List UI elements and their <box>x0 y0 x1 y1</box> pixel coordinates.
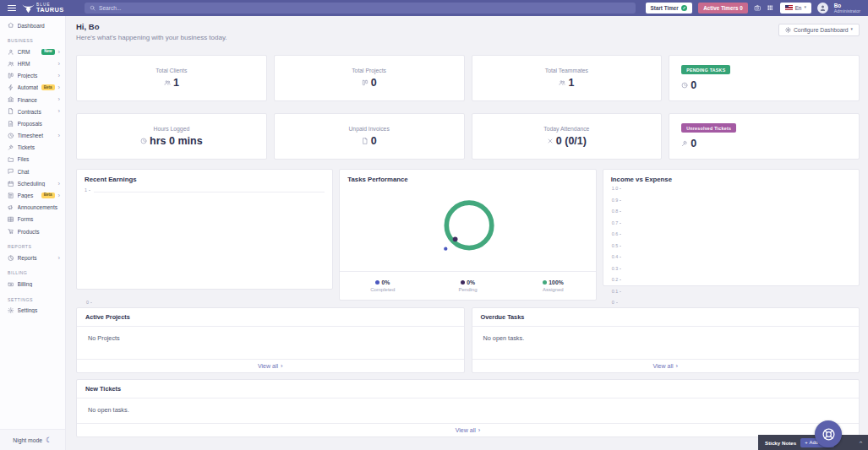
person-icon <box>819 4 827 12</box>
tasks-donut <box>437 198 498 259</box>
global-search[interactable] <box>85 3 636 14</box>
sidebar-item-timesheet[interactable]: Timesheet › <box>0 130 65 142</box>
view-all-tickets-link[interactable]: View all› <box>456 427 481 434</box>
file-text-icon <box>8 121 14 127</box>
chevron-right-icon: › <box>58 73 61 79</box>
search-icon <box>90 5 96 11</box>
sidebar-item-reports[interactable]: Reports › <box>0 252 65 263</box>
sidebar-item-pages[interactable]: Pages Beta › <box>0 189 65 201</box>
language-label: En <box>795 5 802 11</box>
legend-assigned: 100% Assigned <box>510 272 596 300</box>
user-icon <box>8 49 14 56</box>
avatar[interactable] <box>817 3 828 14</box>
us-flag-icon <box>785 5 793 10</box>
income-vs-expense-chart: Income vs Expense 1.0 0.9 0.8 0.7 0.6 0.… <box>603 169 860 286</box>
pending-tasks-badge: PENDING TASKS <box>681 65 730 74</box>
configure-dashboard-button[interactable]: Configure Dashboard ▾ <box>778 24 860 36</box>
help-button[interactable] <box>815 420 842 447</box>
start-timer-button[interactable]: Start Timer ✓ <box>646 3 693 14</box>
user-meta[interactable]: Bo Administrator <box>834 3 860 14</box>
main-content: Hi, Bo Here's what's happening with your… <box>66 16 868 450</box>
logo-line2: TAURUS <box>36 7 64 13</box>
sidebar-item-label: Dashboard <box>18 23 61 29</box>
kanban-icon <box>362 79 368 86</box>
beta-badge: Beta <box>41 84 55 90</box>
stat-card-total-clients: Total Clients 1 <box>76 55 267 101</box>
search-input[interactable] <box>99 5 631 11</box>
file-icon <box>8 108 14 115</box>
sidebar-section-settings: SETTINGS <box>0 290 65 305</box>
check-circle-icon: ✓ <box>681 5 688 12</box>
sticky-notes-bar[interactable]: Sticky Notes + Add Note › <box>758 435 868 450</box>
sidebar-item-chat[interactable]: Chat <box>0 165 65 177</box>
user-name: Bo <box>834 3 860 9</box>
chevron-right-icon: › <box>58 181 61 187</box>
legend-dot <box>461 280 465 285</box>
camera-icon[interactable] <box>754 4 762 12</box>
chat-icon <box>8 168 14 175</box>
chevron-right-icon: › <box>58 133 61 139</box>
start-timer-label: Start Timer <box>651 5 679 11</box>
panel-active-projects: Active Projects No Projects View all› <box>76 307 465 373</box>
sidebar-item-dashboard[interactable]: Dashboard <box>0 19 65 31</box>
table-icon <box>8 216 14 223</box>
logo-line1: BLUE <box>36 3 64 8</box>
sidebar-item-billing[interactable]: Billing <box>0 278 65 290</box>
sidebar-item-finance[interactable]: Finance › <box>0 94 65 106</box>
sidebar-item-scheduling[interactable]: Scheduling › <box>0 177 65 189</box>
night-mode-label: Night mode <box>13 437 42 443</box>
sidebar-item-announcements[interactable]: Announcements <box>0 202 65 214</box>
clock-icon <box>681 82 688 89</box>
stat-card-hours-logged: Hours Logged hrs 0 mins <box>76 113 267 160</box>
apps-grid-icon[interactable] <box>767 4 774 12</box>
stat-card-today-attendance: Today Attendance 0 (0/1) <box>472 113 663 160</box>
sticky-notes-label: Sticky Notes <box>765 440 796 446</box>
night-mode-toggle[interactable]: Night mode ☾ <box>0 429 65 450</box>
sidebar-item-products[interactable]: Products <box>0 225 65 237</box>
stat-card-unresolved-tickets: Unresolved Tickets 0 <box>669 113 860 160</box>
sidebar-item-automate[interactable]: Automate Beta › <box>0 82 65 94</box>
cash-icon <box>8 281 14 288</box>
view-all-tasks-link[interactable]: View all› <box>653 363 679 370</box>
calendar-icon <box>8 181 14 187</box>
sidebar-item-forms[interactable]: Forms <box>0 214 65 225</box>
active-timers-button[interactable]: Active Timers 0 <box>698 3 747 14</box>
plus-icon: + <box>805 440 807 445</box>
view-all-projects-link[interactable]: View all› <box>258 363 283 370</box>
users-icon <box>8 61 14 68</box>
empty-state-text: No Projects <box>77 327 464 359</box>
sidebar-item-projects[interactable]: Projects › <box>0 70 65 82</box>
sidebar-item-tickets[interactable]: Tickets <box>0 142 65 154</box>
sidebar-section-business: BUSINESS <box>0 31 65 46</box>
beta-badge: Beta <box>41 192 55 198</box>
sidebar-item-hrm[interactable]: HRM › <box>0 57 65 69</box>
life-buoy-icon <box>822 427 836 442</box>
recent-earnings-plot: 1 0 <box>85 190 325 302</box>
new-badge: New <box>41 49 54 55</box>
users-icon <box>164 79 171 86</box>
sidebar-item-settings[interactable]: Settings <box>0 305 65 317</box>
brand-logo[interactable]: BLUE TAURUS <box>22 3 71 14</box>
menu-toggle-icon[interactable] <box>8 5 16 12</box>
chevron-right-icon: › <box>58 96 61 103</box>
sidebar-item-contracts[interactable]: Contracts › <box>0 106 65 117</box>
zap-icon <box>8 84 14 91</box>
sidebar-item-files[interactable]: Files <box>0 154 65 165</box>
sidebar-item-proposals[interactable]: Proposals <box>0 117 65 129</box>
bank-icon <box>8 96 14 103</box>
caret-down-icon: ▾ <box>851 28 853 32</box>
clock-icon <box>8 133 14 139</box>
caret-down-icon: ▾ <box>804 6 805 10</box>
chevron-right-icon: › <box>58 108 61 115</box>
empty-state-text: No open tasks. <box>472 327 860 359</box>
language-selector[interactable]: En ▾ <box>780 3 811 14</box>
bull-icon <box>22 3 35 14</box>
stat-value: 1 <box>173 77 179 89</box>
stat-value: 0 <box>691 138 696 149</box>
users-icon <box>559 79 565 86</box>
cart-icon <box>8 228 14 235</box>
chevron-right-icon: › <box>58 49 61 56</box>
chevron-right-icon: › <box>281 363 283 370</box>
sidebar-item-crm[interactable]: CRM New › <box>0 46 65 57</box>
chevron-up-icon[interactable]: › <box>857 442 864 444</box>
